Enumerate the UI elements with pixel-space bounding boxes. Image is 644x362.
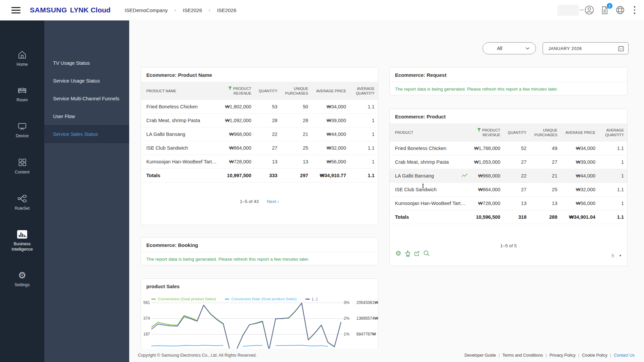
legend-swatch <box>225 299 229 300</box>
sidebar-item-ruleset[interactable]: RuleSet <box>15 194 30 211</box>
right-axis-tick: 2%13695574₩ <box>344 316 378 321</box>
table-row[interactable]: ISE Club Sandwich₩864,0002725₩32,0001.1 <box>141 141 378 155</box>
submenu-tv-usage-status[interactable]: TV Usage Status <box>44 54 129 72</box>
settings-icon[interactable]: ⚙ <box>394 249 402 257</box>
more-options-icon[interactable] <box>634 6 636 14</box>
legend-conversion-rate[interactable]: Conversion Rate (Goal product Sales) <box>225 297 297 301</box>
logo-samsung: SAMSUNG <box>30 6 67 14</box>
cart-icon[interactable] <box>404 249 412 257</box>
y-axis-tick: 561 <box>141 300 150 305</box>
card-action-icons: ⚙ <box>394 249 431 257</box>
legend-goal-series[interactable]: [...] <box>305 297 317 301</box>
col-product-revenue[interactable]: PRODUCT REVENUE <box>470 124 504 142</box>
privacy-link[interactable]: Privacy Policy <box>549 353 576 358</box>
table-row[interactable]: LA Galbi Bansang ₩968,0002221₩44,0001 <box>390 169 627 183</box>
sidebar-item-home[interactable]: Home <box>16 50 28 67</box>
chevron-down-icon <box>526 47 530 50</box>
search-icon[interactable] <box>423 249 431 257</box>
breadcrumb: ISEDemoCompany › ISE2026 › ISE2026 <box>125 7 236 13</box>
gear-icon: ⚙ <box>18 271 26 280</box>
card-title: product Sales <box>141 279 378 293</box>
bar-chart-icon <box>17 230 28 239</box>
right-axis-tick: 1%6847787₩ <box>344 332 376 337</box>
breadcrumb-company[interactable]: ISEDemoCompany <box>125 7 167 13</box>
col-unique-purchases[interactable]: UNIQUE PURCHASES <box>530 124 561 142</box>
col-unique-purchases[interactable]: UNIQUE PURCHASES <box>281 82 312 100</box>
export-icon[interactable] <box>413 249 421 257</box>
legend-conversions[interactable]: Conversions (Goal product Sales) <box>151 297 216 301</box>
breadcrumb-page[interactable]: ISE2026 <box>217 7 237 13</box>
report-document-icon[interactable]: 2 <box>600 5 610 15</box>
chart-legend: Conversions (Goal product Sales) Convers… <box>151 297 317 301</box>
app-logo[interactable]: SAMSUNG LYNK Cloud <box>30 6 110 14</box>
table-row[interactable]: ISE Club Sandwich₩864,0002725₩32,0001.1 <box>390 183 627 196</box>
col-quantity[interactable]: QUANTITY <box>255 82 281 100</box>
profile-icon[interactable] <box>584 5 594 15</box>
sidebar-item-settings[interactable]: ⚙ Settings <box>14 271 30 288</box>
submenu-service-multi-channel-funnels[interactable]: Service Multi-Channel Funnels <box>44 90 129 107</box>
col-average-quantity[interactable]: AVERAGE QUANTITY <box>599 124 627 142</box>
logo-lynk-cloud: LYNK Cloud <box>70 6 111 14</box>
dropdown-arrow-icon: ▼ <box>619 254 622 257</box>
table-row[interactable]: Fried Boneless Chicken₩1,802,0005350₩34,… <box>141 100 378 114</box>
primary-sidebar: Home Room Device Content <box>0 20 44 362</box>
card-title: Ecommerce: Product <box>390 109 627 124</box>
product-table: PRODUCT PRODUCT REVENUE QUANTITY UNIQUE … <box>390 124 627 224</box>
contact-us-link[interactable]: Contact Us <box>614 353 635 358</box>
col-average-quantity[interactable]: AVERAGE QUANTITY <box>349 82 378 100</box>
header-actions: 2 <box>557 5 636 16</box>
secondary-sidebar: TV Usage Status Service Usage Status Ser… <box>44 20 129 362</box>
breadcrumb-site[interactable]: ISE2026 <box>183 7 202 13</box>
col-product[interactable]: PRODUCT <box>390 124 470 142</box>
table-row[interactable]: LA Galbi Bansang₩968,0002221₩44,0001 <box>141 127 378 141</box>
card-title: Ecommerce: Request <box>390 67 627 82</box>
pagination: 1–5 of 43 Next › <box>141 199 378 204</box>
footer-links: Developer Guide| Terms and Conditions| P… <box>464 353 635 358</box>
copyright-text: Copyright © Samsung Electronics Co., Ltd… <box>138 353 257 358</box>
submenu-service-usage-status[interactable]: Service Usage Status <box>44 72 129 90</box>
submenu-user-flow[interactable]: User Flow <box>44 107 129 125</box>
home-icon <box>17 50 27 59</box>
totals-row: Totals10,997,500333297₩34,910.771.1 <box>141 168 378 182</box>
chevron-right-icon: › <box>175 7 176 13</box>
table-row[interactable]: Kumsoojan Han-WooBeef Tartar B...₩728,00… <box>390 196 627 210</box>
terms-link[interactable]: Terms and Conditions <box>502 353 543 358</box>
grid-icon <box>17 158 27 167</box>
legend-swatch <box>305 299 310 300</box>
table-row[interactable]: Fried Boneless Chicken₩1,768,0005249₩34,… <box>390 142 627 155</box>
hamburger-menu-icon[interactable] <box>11 5 20 15</box>
col-quantity[interactable]: QUANTITY <box>504 124 530 142</box>
col-product-name[interactable]: PRODUCT NAME <box>141 82 221 100</box>
generating-message: The report data is being generated. Plea… <box>141 252 378 266</box>
y-axis-tick: 187 <box>141 332 150 337</box>
cookie-link[interactable]: Cookie Policy <box>582 353 607 358</box>
col-average-price[interactable]: AVERAGE PRICE <box>311 82 349 100</box>
card-title: Ecommerce: Booking <box>141 238 378 252</box>
page-size-select[interactable]: 5 ▼ <box>611 253 622 258</box>
notification-badge: 2 <box>607 3 612 9</box>
col-average-price[interactable]: AVERAGE PRICE <box>561 124 599 142</box>
sidebar-item-content[interactable]: Content <box>15 158 30 175</box>
globe-language-icon[interactable] <box>615 5 625 15</box>
col-product-revenue[interactable]: PRODUCT REVENUE <box>221 82 255 100</box>
page-range: 1–5 of 5 <box>500 243 517 248</box>
sidebar-item-room[interactable]: Room <box>16 86 28 103</box>
developer-guide-link[interactable]: Developer Guide <box>464 353 496 358</box>
submenu-service-sales-status[interactable]: Service Sales Status <box>44 125 129 143</box>
table-row[interactable]: Crab Meat, shrimp Pasta₩1,092,0002828₩39… <box>141 113 378 127</box>
chevron-right-icon: › <box>209 7 210 13</box>
table-row[interactable]: Kumsoojan Han-WooBeef Tartar B...₩728,00… <box>141 155 378 168</box>
bed-icon <box>17 86 27 95</box>
next-page-link[interactable]: Next › <box>267 199 279 204</box>
product-name-table: PRODUCT NAME PRODUCT REVENUE QUANTITY UN… <box>141 82 378 183</box>
scope-filter-dropdown[interactable]: All <box>483 42 536 54</box>
sidebar-item-device[interactable]: Device <box>16 121 29 139</box>
search-box[interactable] <box>557 5 579 16</box>
main-content: All JANUARY 2026 Ecommerce: Product Name… <box>129 20 644 362</box>
sidebar-item-business-intelligence[interactable]: BusinessIntelligence <box>11 230 33 252</box>
trend-line-icon[interactable] <box>461 173 468 179</box>
card-title: Ecommerce: Product Name <box>141 67 378 82</box>
sort-filter-icon <box>477 128 481 133</box>
month-picker[interactable]: JANUARY 2026 <box>543 42 629 54</box>
table-row[interactable]: Crab Meat, shrimp Pasta₩1,053,0002727₩39… <box>390 155 627 169</box>
